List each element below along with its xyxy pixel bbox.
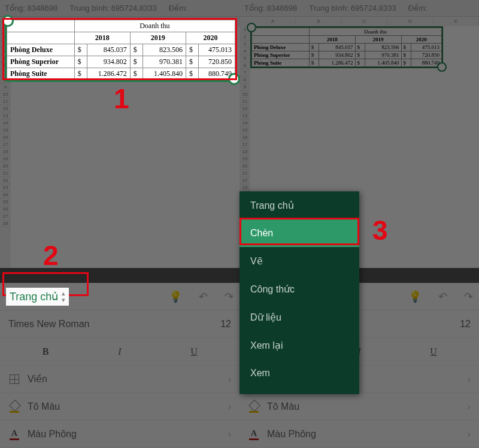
fontcolor-icon: A	[8, 428, 20, 440]
redo-icon[interactable]: ↷	[464, 290, 473, 303]
fill-option[interactable]: Tô Màu ›	[0, 393, 240, 420]
font-size[interactable]: 12	[220, 319, 231, 330]
menu-item-formulas[interactable]: Công thức	[240, 275, 359, 303]
ribbon-tab-selector[interactable]: Trang chủ ▴▾	[6, 288, 69, 306]
col-header[interactable]: C	[342, 17, 387, 26]
fill-icon	[248, 401, 260, 413]
ribbon-tab-label: Trang chủ	[10, 290, 58, 303]
fontcolor-label: Màu Phông	[28, 429, 77, 440]
selection-handle-icon[interactable]	[437, 62, 447, 72]
redo-icon[interactable]: ↷	[225, 290, 234, 303]
menu-item-review[interactable]: Xem lại	[240, 331, 359, 359]
left-pane: Tổng: 8348698 Trung bình: 695724,8333 Đế…	[0, 0, 240, 448]
chevron-right-icon: ›	[228, 401, 231, 412]
sum-label: Tổng: 8348698	[244, 4, 297, 13]
font-size[interactable]: 12	[460, 319, 471, 330]
fontcolor-icon: A	[248, 428, 260, 440]
count-label: Đếm:	[169, 4, 188, 13]
avg-label: Trung bình: 695724,8333	[69, 4, 157, 13]
annotation-number-2: 2	[43, 239, 59, 272]
selection-handle-icon[interactable]	[228, 73, 240, 85]
col-header[interactable]: A	[250, 17, 296, 26]
data-table[interactable]: Doanh thu201820192020Phòng Deluxe$845.03…	[250, 26, 443, 68]
tab-dropdown-menu[interactable]: Trang chủ Chèn Vẽ Công thức Dữ liệu Xem …	[240, 191, 359, 394]
menu-item-draw[interactable]: Vẽ	[240, 247, 359, 275]
lightbulb-icon[interactable]: 💡	[408, 290, 422, 303]
status-bar: Tổng: 8348698 Trung bình: 695724,8333 Đế…	[240, 0, 479, 17]
avg-label: Trung bình: 695724,8333	[309, 4, 396, 13]
col-header[interactable]: E	[433, 17, 479, 26]
annotation-number-1: 1	[114, 83, 129, 115]
chevron-right-icon: ›	[468, 429, 471, 440]
menu-item-home[interactable]: Trang chủ	[240, 191, 359, 220]
chevron-right-icon: ›	[228, 374, 231, 385]
right-pane: Tổng: 8348698 Trung bình: 695724,8333 Đế…	[240, 0, 479, 448]
fill-icon	[8, 401, 20, 413]
undo-icon[interactable]: ↶	[199, 290, 208, 303]
fill-option[interactable]: Tô Màu ›	[240, 393, 479, 420]
menu-item-view[interactable]: Xem	[240, 359, 359, 387]
annotation-number-3: 3	[372, 214, 388, 246]
menu-item-data[interactable]: Dữ liệu	[240, 303, 359, 331]
fontcolor-label: Màu Phông	[267, 429, 316, 440]
col-header[interactable]: D	[387, 17, 433, 26]
chevron-right-icon: ›	[228, 429, 231, 440]
undo-icon[interactable]: ↶	[438, 290, 447, 303]
border-option[interactable]: Viền ›	[0, 365, 240, 393]
menu-item-insert[interactable]: Chèn	[240, 220, 359, 247]
fill-label: Tô Màu	[267, 401, 299, 412]
sum-label: Tổng: 8348698	[5, 4, 57, 13]
chevron-right-icon: ›	[468, 401, 471, 412]
count-label: Đếm:	[408, 4, 428, 13]
fontcolor-option[interactable]: A Màu Phông ›	[0, 420, 240, 448]
selection-handle-icon[interactable]	[2, 15, 14, 27]
col-header[interactable]: B	[296, 17, 341, 26]
italic-button[interactable]: I	[108, 346, 132, 357]
ribbon: Trang chủ ▴▾ 💡 ↶ ↷ Times New Roman 12 B …	[0, 283, 240, 448]
status-bar: Tổng: 8348698 Trung bình: 695724,8333 Đế…	[0, 0, 240, 17]
underline-button[interactable]: U	[182, 346, 206, 357]
chevron-right-icon: ›	[468, 374, 471, 385]
chevron-updown-icon: ▴▾	[62, 290, 65, 303]
selected-table-highlight[interactable]: Doanh thu201820192020Phòng Deluxe$845.03…	[5, 18, 237, 82]
font-name[interactable]: Times New Roman	[8, 319, 89, 330]
fontcolor-option[interactable]: A Màu Phông ›	[240, 420, 479, 448]
lightbulb-icon[interactable]: 💡	[169, 290, 182, 303]
border-label: Viền	[28, 373, 47, 385]
bold-button[interactable]: B	[34, 346, 57, 357]
selection-handle-icon[interactable]	[247, 23, 256, 32]
fill-label: Tô Màu	[28, 401, 60, 412]
border-icon	[8, 373, 20, 385]
underline-button[interactable]: U	[422, 346, 445, 357]
